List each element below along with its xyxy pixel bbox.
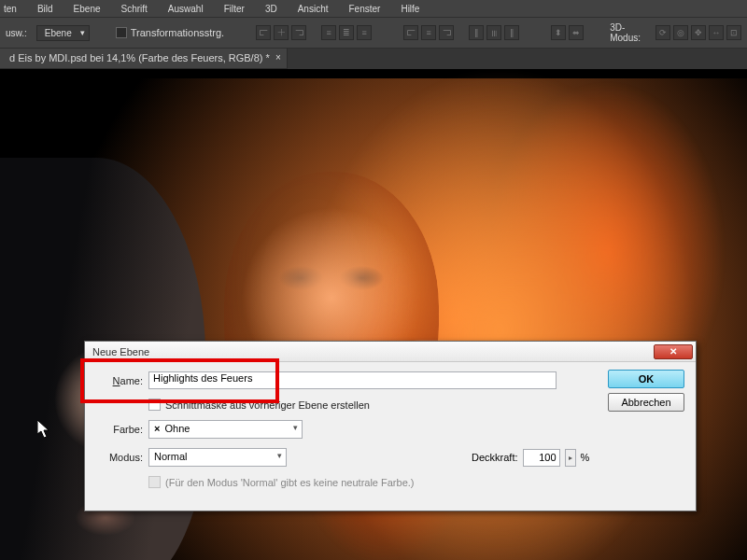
align-bottom-edges-icon[interactable]: ⫎ [291,25,306,40]
deckkraft-group: Deckkraft: 100 ▸ % [472,449,589,467]
dialog-titlebar[interactable]: Neue Ebene ✕ [85,342,696,362]
distribute-left-icon[interactable]: ‖ [469,25,484,40]
slide-3d-icon[interactable]: ↔ [709,25,724,40]
name-input[interactable]: Highlights des Feuers [148,371,557,389]
tab-close-icon[interactable]: × [275,52,281,63]
dialog-buttons: OK Abbrechen [608,370,684,412]
farbe-row: Farbe: × Ohne [96,420,684,439]
new-layer-dialog: Neue Ebene ✕ Name: Highlights des Feuers… [84,341,697,511]
distribute-top-icon[interactable]: ⫍ [403,25,418,40]
distribute-vcenter-icon[interactable]: ≡ [421,25,436,40]
menu-item[interactable]: Fenster [349,4,381,14]
menu-item[interactable]: Ansicht [298,4,329,14]
menu-item[interactable]: ten [4,4,17,14]
cancel-button[interactable]: Abbrechen [608,393,684,412]
neutral-label: (Für den Modus 'Normal' gibt es keine ne… [165,477,415,488]
align-horizontal-centers-icon[interactable]: ≣ [339,25,354,40]
farbe-none-icon: × [154,423,160,434]
align-vertical-centers-icon[interactable]: 🞡 [274,25,289,40]
distribute-right-icon[interactable]: ‖ [504,25,519,40]
name-row: Name: Highlights des Feuers [96,371,684,389]
align-icons-2: ≡ ≣ ≡ [321,25,372,40]
menu-item[interactable]: 3D [265,4,277,14]
distribute-hcenter-icon[interactable]: ⫼ [486,25,501,40]
distribute-icons-2: ‖ ⫼ ‖ [469,25,519,40]
layer-dropdown[interactable]: Ebene [36,25,90,41]
roll-3d-icon[interactable]: ◎ [673,25,688,40]
farbe-label: Farbe: [96,424,143,435]
align-left-edges-icon[interactable]: ≡ [321,25,336,40]
neutral-checkbox-disabled [148,476,161,488]
menu-item[interactable]: Schrift [121,4,148,14]
mode3d-label: 3D-Modus: [610,22,641,43]
modus-row: Modus: Normal Deckkraft: 100 ▸ % [96,448,684,467]
farbe-value: Ohne [165,423,190,434]
arrange-icon[interactable]: ⬍ [551,25,566,40]
modus-label: Modus: [96,452,143,463]
arrange-icons: ⬍ ⬌ [551,25,584,40]
deckkraft-label: Deckkraft: [472,452,518,463]
orbit-3d-icon[interactable]: ⟳ [655,25,670,40]
menu-item[interactable]: Hilfe [401,4,419,14]
clipmask-checkbox[interactable] [148,399,161,411]
document-tabbar: d Eis by MDI.psd bei 14,1% (Farbe des Fe… [0,49,747,69]
align-icons: ⫍ 🞡 ⫎ [256,25,306,40]
arrange-icon[interactable]: ⬌ [569,25,584,40]
distribute-icons: ⫍ ≡ ⫎ [403,25,454,40]
modus-dropdown[interactable]: Normal [148,448,287,467]
menu-item[interactable]: Auswahl [168,4,204,14]
farbe-dropdown[interactable]: × Ohne [148,420,303,439]
option-usw-label: usw.: [6,28,27,38]
dialog-close-button[interactable]: ✕ [654,344,693,359]
mode3d-icons: ⟳ ◎ ✥ ↔ ⊡ [655,25,741,40]
dialog-title: Neue Ebene [92,346,149,357]
deckkraft-dropdown-icon[interactable]: ▸ [565,449,576,467]
transform-controls-label: Transformationsstrg. [131,27,224,38]
ok-button[interactable]: OK [608,370,684,388]
name-label: Name: [96,375,143,386]
transform-controls-checkbox[interactable]: Transformationsstrg. [116,27,224,38]
pan-3d-icon[interactable]: ✥ [691,25,706,40]
deckkraft-input[interactable]: 100 [523,449,560,467]
document-tab[interactable]: d Eis by MDI.psd bei 14,1% (Farbe des Fe… [0,49,288,69]
deckkraft-unit: % [581,452,590,463]
menu-item[interactable]: Filter [224,4,245,14]
neutral-row: (Für den Modus 'Normal' gibt es keine ne… [148,476,684,488]
align-right-edges-icon[interactable]: ≡ [357,25,372,40]
modus-value: Normal [154,451,187,462]
align-top-edges-icon[interactable]: ⫍ [256,25,271,40]
clipmask-row[interactable]: Schnittmaske aus vorheriger Ebene erstel… [148,399,684,411]
checkbox-icon [116,27,127,38]
clipmask-label: Schnittmaske aus vorheriger Ebene erstel… [165,399,370,411]
options-bar: usw.: Ebene Transformationsstrg. ⫍ 🞡 ⫎ ≡… [0,17,747,49]
distribute-bottom-icon[interactable]: ⫎ [439,25,454,40]
zoom-3d-icon[interactable]: ⊡ [726,25,741,40]
menu-bar: ten Bild Ebene Schrift Auswahl Filter 3D… [0,0,747,17]
menu-item[interactable]: Ebene [74,4,101,14]
dialog-body: Name: Highlights des Feuers Schnittmaske… [85,362,696,511]
tab-title: d Eis by MDI.psd bei 14,1% (Farbe des Fe… [9,52,270,63]
mouse-cursor-icon [37,420,52,441]
menu-item[interactable]: Bild [37,4,53,14]
